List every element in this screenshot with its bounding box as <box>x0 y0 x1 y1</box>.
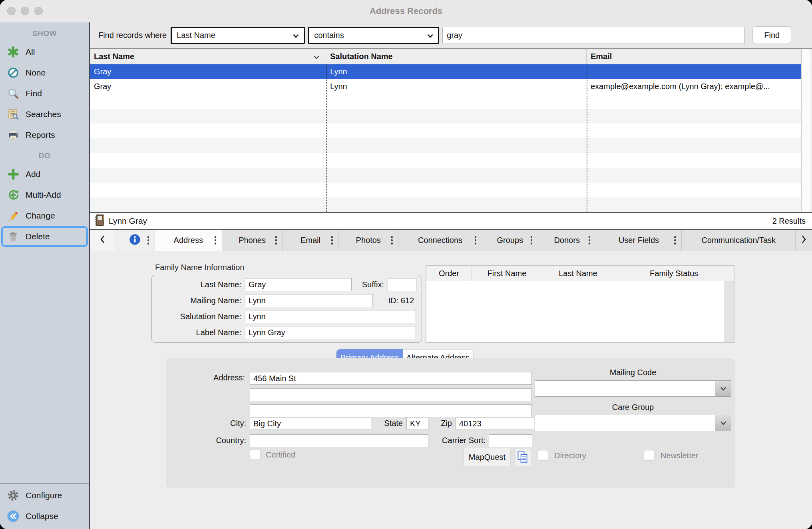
directory-label: Directory <box>554 451 586 460</box>
sidebar-item-searches[interactable]: Searches <box>0 104 89 125</box>
chevron-down-icon <box>427 31 433 40</box>
sidebar-item-label: Searches <box>26 109 61 119</box>
column-header-family-status[interactable]: Family Status <box>614 266 734 281</box>
asterisk-icon <box>7 46 20 58</box>
tab-options-dots[interactable] <box>674 236 676 245</box>
tab-address[interactable]: Address <box>155 230 222 251</box>
empty-row <box>90 197 802 212</box>
field-dropdown[interactable]: Last Name <box>171 27 305 44</box>
empty-row <box>90 94 802 109</box>
record-id: ID: 612 <box>388 296 416 305</box>
tab-options-dots[interactable] <box>275 236 277 245</box>
sidebar-item-configure[interactable]: Configure <box>0 485 89 506</box>
table-row[interactable]: Gray Lynn example@example.com (Lynn Gray… <box>90 79 802 94</box>
chevron-right-icon <box>802 235 806 245</box>
copy-pages-icon <box>517 451 529 464</box>
last-name-field[interactable] <box>245 278 352 291</box>
tab-photos[interactable]: Photos <box>338 230 398 251</box>
table-row-selected[interactable]: Gray Lynn <box>90 64 802 79</box>
carrier-sort-field[interactable] <box>489 434 532 447</box>
sidebar: SHOW All None Find Searches Reports DO A… <box>0 22 90 529</box>
mailing-name-field[interactable] <box>245 294 373 307</box>
tab-options-dots[interactable] <box>391 236 393 245</box>
copy-address-button[interactable] <box>514 449 531 466</box>
column-header-order[interactable]: Order <box>426 266 472 281</box>
last-name-row: Last Name: Suffix: <box>152 278 416 291</box>
tab-options-dots[interactable] <box>475 236 477 245</box>
address-line3-field[interactable] <box>250 404 532 417</box>
tab-options-dots[interactable] <box>215 236 217 245</box>
tab-groups[interactable]: Groups <box>482 230 538 251</box>
country-field[interactable] <box>250 434 428 447</box>
tabs-forward-button[interactable] <box>795 230 812 251</box>
operator-dropdown[interactable]: contains <box>308 27 439 44</box>
sidebar-item-none[interactable]: None <box>0 62 89 83</box>
sidebar-item-delete[interactable]: Delete <box>1 226 88 247</box>
address-line1-field[interactable] <box>250 372 532 385</box>
field-dropdown-value: Last Name <box>177 31 215 40</box>
sidebar-item-add[interactable]: Add <box>0 164 89 185</box>
city-label: City: <box>190 419 246 428</box>
suffix-field[interactable] <box>388 278 416 291</box>
salutation-name-field[interactable] <box>245 310 416 323</box>
chevron-left-icon <box>100 235 105 245</box>
empty-row <box>90 153 802 168</box>
city-field[interactable] <box>250 417 371 430</box>
newsletter-checkbox[interactable] <box>644 450 655 461</box>
column-header-last-name[interactable]: Last Name <box>90 49 326 64</box>
collapse-icon <box>7 510 20 523</box>
empty-row <box>90 109 802 123</box>
directory-checkbox[interactable] <box>537 450 548 461</box>
search-input[interactable] <box>442 27 745 44</box>
sidebar-item-multi-add[interactable]: Multi-Add <box>0 185 89 205</box>
tab-options-dots[interactable] <box>589 236 591 245</box>
care-group-dropdown[interactable] <box>535 415 731 431</box>
tab-connections[interactable]: Connections <box>398 230 482 251</box>
sidebar-item-label: Change <box>26 211 55 221</box>
mailing-code-dropdown[interactable] <box>535 380 731 397</box>
sidebar-item-label: Delete <box>26 232 50 241</box>
empty-row <box>90 183 802 197</box>
care-group-label: Care Group <box>535 403 731 412</box>
record-bar: Lynn Gray 2 Results <box>90 212 812 230</box>
tab-options-dots[interactable] <box>331 236 333 245</box>
tab-email[interactable]: Email <box>282 230 338 251</box>
sidebar-item-find[interactable]: Find <box>0 83 89 104</box>
tab-info[interactable] <box>115 230 155 251</box>
column-header-salutation-name[interactable]: Salutation Name <box>326 49 587 64</box>
sidebar-item-label: Collapse <box>26 511 58 521</box>
column-header-email[interactable]: Email <box>587 49 802 64</box>
tab-options-dots[interactable] <box>147 236 149 245</box>
tabs-back-button[interactable] <box>90 230 115 251</box>
tab-phones[interactable]: Phones <box>222 230 283 251</box>
tab-options-dots[interactable] <box>531 236 533 245</box>
sidebar-item-collapse[interactable]: Collapse <box>0 506 89 527</box>
tab-donors[interactable]: Donors <box>538 230 596 251</box>
operator-dropdown-value: contains <box>314 31 344 40</box>
salutation-name-row: Salutation Name: <box>152 310 416 323</box>
sidebar-item-reports[interactable]: Reports <box>0 125 89 145</box>
family-section-title: Family Name Information <box>155 263 244 272</box>
info-icon <box>129 234 141 247</box>
chevron-down-icon[interactable] <box>715 415 731 431</box>
tab-communication-task[interactable]: Communication/Task <box>681 230 795 251</box>
sidebar-item-label: Add <box>26 169 40 179</box>
scrollbar-track[interactable] <box>724 281 734 342</box>
label-name-field[interactable] <box>245 326 416 339</box>
chevron-down-icon[interactable] <box>715 381 731 396</box>
address-line2-field[interactable] <box>250 388 532 401</box>
state-field[interactable] <box>406 417 428 430</box>
sidebar-item-all[interactable]: All <box>0 42 89 62</box>
column-header-last-name[interactable]: Last Name <box>542 266 614 281</box>
mapquest-button[interactable]: MapQuest <box>464 448 511 466</box>
find-records-label: Find records where <box>98 31 167 40</box>
tab-user-fields[interactable]: User Fields <box>596 230 682 251</box>
family-members-table: Order First Name Last Name Family Status <box>426 265 734 343</box>
sidebar-item-change[interactable]: Change <box>0 205 89 226</box>
column-header-first-name[interactable]: First Name <box>472 266 542 281</box>
certified-checkbox[interactable] <box>250 449 261 460</box>
find-button[interactable]: Find <box>752 26 791 44</box>
family-name-group: Last Name: Suffix: Mailing Name: ID: 612… <box>151 275 422 343</box>
zip-field[interactable] <box>456 417 534 430</box>
scrollbar-track[interactable] <box>802 49 810 212</box>
